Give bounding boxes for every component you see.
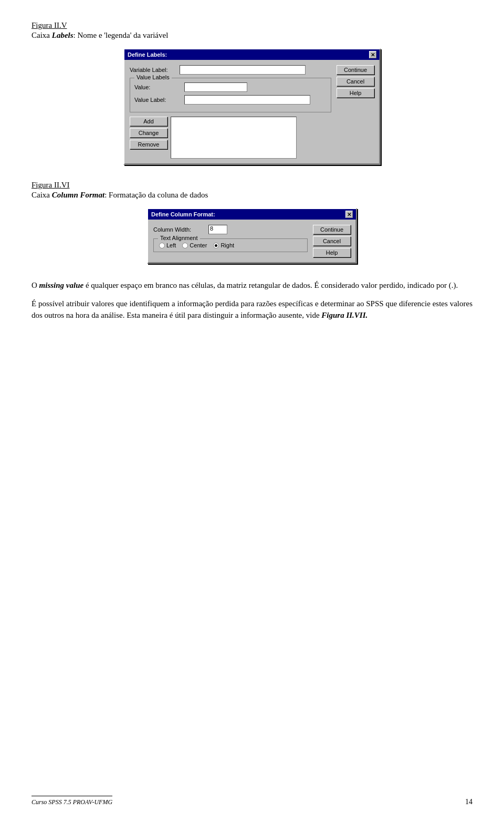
col-width-label: Column Width: [153,226,208,233]
para1-suffix: é qualquer espaço em branco nas células,… [83,281,458,289]
col-width-input[interactable]: 8 [208,225,227,234]
figure-v-section: Figura II.V Caixa Labels: Nome e 'legend… [32,21,472,165]
para2-text: É possível atribuir valores que identifi… [32,299,472,320]
radio-center-label: Center [190,242,207,248]
radio-right-dot[interactable] [213,243,219,248]
define-colformat-body: Column Width: 8 Text Alignment Left [148,220,356,263]
variable-label-text: Variable Label: [130,67,180,73]
body-paragraph-1: O missing value é qualquer espaço em bra… [32,279,472,292]
value-row: Value: [134,82,327,92]
colformat-help-button[interactable]: Help [313,248,351,257]
text-alignment-legend: Text Alignment [158,235,200,241]
change-button[interactable]: Change [130,128,167,138]
define-labels-titlebar: Define Labels: ✕ [124,49,380,60]
figure-v-title: Figura II.V [32,21,472,30]
radio-left-label: Left [166,242,176,248]
page-footer: Curso SPSS 7.5 PROAV-UFMG 14 [0,796,504,806]
figure-vi-section: Figura II.VI Caixa Column Format: Format… [32,181,472,321]
define-labels-dialog: Define Labels: ✕ Variable Label: Value L… [123,48,381,165]
fig-v-suffix: : Nome e 'legenda' da variável [74,31,169,39]
remove-button[interactable]: Remove [130,140,167,149]
colformat-continue-button[interactable]: Continue [313,225,351,234]
figure-vi-title: Figura II.VI [32,181,472,190]
add-button[interactable]: Add [130,117,167,126]
close-icon[interactable]: ✕ [369,51,376,58]
fig-v-prefix: Caixa [32,31,52,39]
page-number: 14 [465,798,472,806]
define-colformat-dialog: Define Column Format: ✕ Column Width: 8 [147,208,357,264]
value-label-input[interactable] [184,95,310,105]
variable-label-input[interactable] [180,65,306,75]
value-text: Value: [134,84,184,90]
footer-course-info: Curso SPSS 7.5 PROAV-UFMG [32,798,112,806]
body-paragraph-2: É possível atribuir valores que identifi… [32,298,472,321]
radio-left-item[interactable]: Left [159,242,176,248]
value-labels-legend: Value Labels [134,74,172,80]
col-width-row: Column Width: 8 [153,225,308,234]
footer-left-area: Curso SPSS 7.5 PROAV-UFMG [32,796,112,806]
continue-button[interactable]: Continue [337,65,374,75]
radio-center-dot[interactable] [182,243,188,248]
radio-right-label: Right [220,242,234,248]
define-colformat-title: Define Column Format: [151,211,215,217]
fig-v-bold: Labels [52,31,74,39]
define-labels-title: Define Labels: [128,51,167,58]
close-icon[interactable]: ✕ [345,211,353,218]
para2-bold: Figura II.VII. [321,311,368,319]
variable-label-row: Variable Label: [130,65,331,75]
fig-vi-prefix: Caixa [32,191,52,199]
radio-left-dot[interactable] [159,243,165,248]
radio-right-item[interactable]: Right [213,242,234,248]
dialog-action-buttons: Continue Cancel Help [337,65,374,98]
para1-bold: missing value [39,281,84,289]
fig-vi-bold: Column Format [52,191,104,199]
para1-prefix: O [32,281,39,289]
define-colformat-titlebar: Define Column Format: ✕ [148,209,356,220]
define-labels-dialog-container: Define Labels: ✕ Variable Label: Value L… [32,48,472,165]
colformat-action-buttons: Continue Cancel Help [313,225,351,257]
footer-line [32,796,112,796]
bottom-section: Add Change Remove [130,117,331,159]
labels-listbox[interactable] [171,117,297,159]
cancel-button[interactable]: Cancel [337,77,374,86]
colformat-cancel-button[interactable]: Cancel [313,236,351,246]
figure-vi-caption: Caixa Column Format: Formatação da colun… [32,191,472,200]
help-button[interactable]: Help [337,88,374,98]
value-label-text: Value Label: [134,97,184,103]
define-labels-body: Variable Label: Value Labels Value: [124,60,380,164]
figure-v-caption: Caixa Labels: Nome e 'legenda' da variáv… [32,31,472,40]
list-action-buttons: Add Change Remove [130,117,167,149]
value-label-row: Value Label: [134,95,327,105]
define-colformat-dialog-container: Define Column Format: ✕ Column Width: 8 [32,208,472,264]
radio-center-item[interactable]: Center [182,242,207,248]
fig-vi-suffix: : Formatação da coluna de dados [104,191,208,199]
text-alignment-group: Text Alignment Left Center [153,238,308,252]
value-input[interactable] [184,82,247,92]
value-labels-group: Value Labels Value: Value Label: [130,78,331,112]
